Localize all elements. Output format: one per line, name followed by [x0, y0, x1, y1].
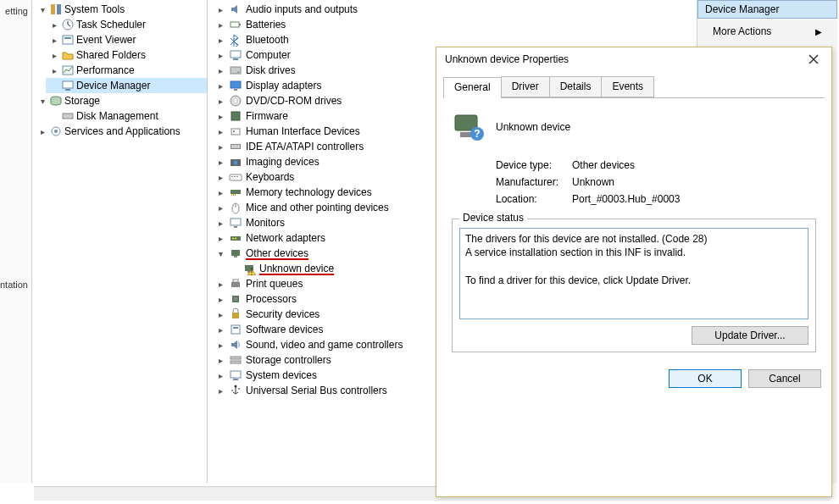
left-cropped-pane: etting entation — [0, 0, 32, 483]
svg-rect-26 — [231, 145, 240, 148]
device-category[interactable]: ▸Batteries — [210, 17, 685, 32]
svg-rect-39 — [231, 219, 241, 225]
tab-general[interactable]: General — [443, 77, 502, 98]
nav-task-scheduler[interactable]: ▸ Task Scheduler — [46, 17, 207, 32]
storagectl-icon — [229, 353, 242, 367]
chevron-right-icon[interactable]: ▸ — [49, 66, 59, 75]
nav-device-manager[interactable]: Device Manager — [46, 78, 207, 93]
tab-driver[interactable]: Driver — [501, 76, 550, 97]
chevron-right-icon[interactable]: ▸ — [215, 341, 225, 350]
chevron-right-icon[interactable]: ▸ — [215, 81, 225, 91]
device-category[interactable]: ▸Bluetooth — [210, 32, 685, 47]
svg-rect-36 — [235, 194, 236, 196]
nav-label: Services and Applications — [64, 125, 181, 137]
chevron-right-icon[interactable]: ▸ — [215, 36, 225, 45]
actions-more[interactable]: More Actions ▶ — [697, 19, 837, 44]
nav-system-tools[interactable]: ▾ System Tools — [34, 2, 207, 17]
svg-rect-34 — [231, 194, 232, 196]
memory-icon — [229, 186, 242, 199]
close-button[interactable] — [803, 51, 825, 68]
chevron-right-icon[interactable]: ▸ — [49, 36, 59, 45]
device-label: Storage controllers — [246, 354, 331, 366]
device-status-text[interactable]: The drivers for this device are not inst… — [459, 228, 808, 319]
svg-rect-19 — [234, 89, 237, 91]
chevron-right-icon[interactable]: ▸ — [215, 66, 225, 75]
chevron-right-icon[interactable]: ▸ — [215, 386, 225, 396]
device-header: ? Unknown device — [452, 110, 816, 144]
svg-rect-1 — [57, 4, 61, 14]
unknown-device-large-icon: ? — [452, 110, 486, 144]
device-label: Bluetooth — [246, 34, 289, 46]
tab-details[interactable]: Details — [549, 76, 603, 97]
chevron-right-icon[interactable]: ▸ — [215, 234, 225, 243]
svg-rect-15 — [233, 58, 238, 60]
device-label: DVD/CD-ROM drives — [246, 95, 342, 107]
perf-icon — [61, 64, 75, 77]
chevron-right-icon[interactable]: ▸ — [215, 173, 225, 182]
chevron-right-icon[interactable]: ▸ — [215, 310, 225, 319]
chevron-right-icon[interactable]: ▸ — [215, 371, 225, 380]
dialog-titlebar[interactable]: Unknown device Properties — [436, 47, 831, 71]
device-label: Disk drives — [246, 64, 296, 76]
update-driver-button[interactable]: Update Driver... — [692, 326, 808, 345]
mmc-nav-tree: ▾ System Tools ▸ Task Scheduler ▸ Event … — [34, 0, 208, 483]
nav-event-viewer[interactable]: ▸ Event Viewer — [46, 32, 207, 47]
svg-rect-51 — [233, 280, 238, 282]
chevron-right-icon[interactable]: ▸ — [215, 325, 225, 335]
other-icon — [229, 246, 242, 260]
tab-events[interactable]: Events — [601, 76, 654, 97]
nav-disk-management[interactable]: Disk Management — [46, 108, 207, 124]
battery-icon — [229, 18, 242, 31]
info-type-label: Device type: — [496, 159, 572, 171]
device-label: Processors — [246, 293, 297, 305]
chevron-right-icon[interactable]: ▸ — [215, 127, 225, 136]
info-loc-value: Port_#0003.Hub_#0003 — [572, 193, 680, 205]
chevron-right-icon[interactable]: ▸ — [215, 280, 225, 289]
display-icon — [229, 79, 242, 92]
storage-icon — [49, 94, 63, 108]
chevron-right-icon[interactable]: ▸ — [215, 142, 225, 152]
firmware-icon — [229, 109, 242, 123]
computer-icon — [229, 48, 242, 62]
dialog-title: Unknown device Properties — [445, 53, 569, 65]
chevron-right-icon[interactable]: ▸ — [215, 5, 225, 14]
info-loc-label: Location: — [496, 193, 572, 205]
nav-performance[interactable]: ▸ Performance — [46, 63, 207, 78]
chevron-right-icon[interactable]: ▸ — [215, 51, 225, 60]
chevron-right-icon[interactable]: ▸ — [215, 112, 225, 121]
chevron-right-icon[interactable]: ▸ — [215, 188, 225, 197]
svg-rect-31 — [234, 176, 236, 177]
nav-label: Event Viewer — [76, 34, 136, 46]
chevron-right-icon[interactable]: ▸ — [215, 158, 225, 167]
chevron-right-icon[interactable]: ▸ — [215, 203, 225, 213]
chevron-right-icon[interactable]: ▸ — [49, 20, 59, 30]
device-label: Network adapters — [246, 232, 325, 244]
svg-rect-45 — [234, 256, 237, 258]
unknown-icon: ! — [242, 262, 256, 275]
chevron-down-icon[interactable]: ▾ — [37, 97, 47, 106]
chevron-right-icon[interactable]: ▸ — [215, 219, 225, 228]
svg-rect-12 — [231, 22, 239, 27]
device-manager-icon — [61, 79, 75, 92]
ok-button[interactable]: OK — [669, 369, 742, 388]
nav-shared-folders[interactable]: ▸ Shared Folders — [46, 47, 207, 63]
chevron-right-icon[interactable]: ▸ — [49, 51, 59, 60]
disk-icon — [229, 64, 242, 77]
chevron-right-icon[interactable]: ▸ — [215, 356, 225, 365]
nav-services[interactable]: ▸ Services and Applications — [34, 124, 207, 139]
svg-point-28 — [234, 161, 238, 165]
monitor-icon — [229, 216, 242, 230]
chevron-right-icon[interactable]: ▸ — [215, 20, 225, 30]
device-category[interactable]: ▸Audio inputs and outputs — [210, 2, 685, 17]
svg-rect-53 — [234, 297, 237, 301]
device-label: IDE ATA/ATAPI controllers — [246, 141, 364, 152]
cancel-button[interactable]: Cancel — [748, 369, 821, 388]
chevron-right-icon[interactable]: ▸ — [215, 295, 225, 304]
chevron-right-icon[interactable]: ▸ — [215, 97, 225, 106]
chevron-right-icon[interactable]: ▸ — [37, 127, 47, 136]
chevron-down-icon[interactable]: ▾ — [37, 5, 47, 14]
nav-storage[interactable]: ▾ Storage — [34, 93, 207, 108]
svg-rect-29 — [230, 174, 242, 180]
chevron-down-icon[interactable]: ▾ — [215, 249, 225, 258]
mouse-icon — [229, 201, 242, 214]
